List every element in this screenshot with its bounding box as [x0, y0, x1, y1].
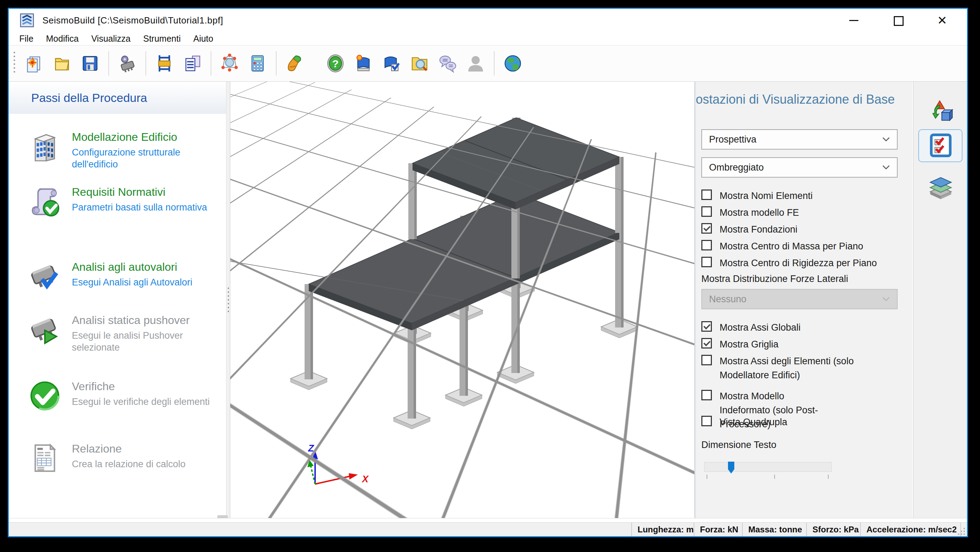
step-verifiche[interactable]: Verifiche Esegui le verifiche degli elem…	[29, 379, 219, 412]
checkbox-modello-indeformato[interactable]: Mostra Modello Indeformato (solo Post-Pr…	[702, 389, 825, 416]
close-button[interactable]: ✕	[937, 15, 947, 25]
globe-icon[interactable]	[502, 52, 523, 74]
checkbox-centro-massa[interactable]: Mostra Centro di Massa per Piano	[702, 239, 863, 253]
sidebar-header: Passi della Procedura	[9, 82, 226, 114]
sidebar-title: Passi della Procedura	[31, 91, 147, 105]
maximize-button[interactable]	[893, 15, 903, 25]
menu-bar: File Modifica Visualizza Strumenti Aiuto	[9, 32, 967, 45]
text-size-slider[interactable]	[704, 462, 832, 480]
viewport-3d[interactable]: X Z	[230, 82, 694, 518]
checkbox-box[interactable]	[702, 223, 712, 234]
toolbar-separator	[494, 51, 495, 76]
book-check-icon[interactable]	[381, 52, 402, 74]
step-title[interactable]: Modellazione Edificio	[72, 131, 219, 144]
step-relazione[interactable]: Relazione Crea la relazione di calcolo	[29, 442, 219, 474]
chat-bubbles-icon[interactable]	[437, 52, 458, 74]
menu-modifica[interactable]: Modifica	[46, 33, 86, 44]
chip-settings-icon[interactable]	[116, 52, 138, 74]
paintbrush-icon[interactable]	[284, 52, 305, 74]
status-bar: Lunghezza: m Forza: kN Massa: tonne Sfor…	[9, 522, 967, 536]
checkbox-assi-elementi[interactable]: Mostra Assi degli Elementi (solo Modella…	[702, 354, 867, 382]
chevron-down-icon	[882, 165, 890, 170]
step-title[interactable]: Verifiche	[72, 380, 210, 393]
step-modellazione-edificio[interactable]: Modellazione Edificio Configurazione str…	[29, 130, 219, 170]
step-title[interactable]: Analisi agli autovalori	[72, 260, 192, 274]
building-model: X Z	[230, 82, 694, 518]
view-mode-dropdown[interactable]: Prospettiva	[702, 129, 897, 149]
slider-track[interactable]	[704, 462, 832, 472]
checkbox-box[interactable]	[702, 321, 712, 332]
layers-icon[interactable]	[928, 176, 953, 201]
right-toolbar	[913, 82, 967, 518]
svg-text:?: ?	[332, 58, 339, 69]
sidebar-splitter[interactable]	[226, 82, 230, 518]
status-lunghezza: Lunghezza: m	[631, 523, 694, 536]
step-subtitle: Esegui le verifiche degli elementi	[72, 396, 210, 408]
title-bar: SeismoBuild [C:\SeismoBuild\Tutorial1.bp…	[9, 9, 967, 32]
axes-cube-icon[interactable]	[928, 100, 953, 125]
menu-strumenti[interactable]: Strumenti	[143, 33, 189, 44]
screen: SeismoBuild [C:\SeismoBuild\Tutorial1.bp…	[0, 0, 980, 552]
new-file-icon[interactable]	[23, 52, 45, 74]
panel-title-wrap: Impostazioni di Visualizzazione di Base	[696, 92, 912, 109]
checkbox-box[interactable]	[702, 206, 712, 217]
step-analisi-pushover[interactable]: Analisi statica pushover Esegui le anali…	[29, 313, 219, 354]
chevron-down-icon	[882, 297, 890, 301]
checkbox-box[interactable]	[702, 338, 712, 349]
folder-search-icon[interactable]	[409, 52, 430, 74]
step-requisiti-normativi[interactable]: Requisiti Normativi Parametri basati sul…	[29, 185, 219, 218]
step-title[interactable]: Analisi statica pushover	[72, 314, 219, 327]
toolbar-grip[interactable]	[14, 52, 15, 75]
display-settings-panel: Impostazioni di Visualizzazione di Base …	[696, 82, 912, 518]
menu-file[interactable]: File	[19, 33, 41, 44]
step-subtitle: Configurazione strutturale dell'edificio	[72, 146, 219, 170]
toolbar-separator	[276, 51, 277, 76]
chip-run-icon	[29, 313, 61, 346]
building-document-icon[interactable]	[181, 52, 203, 74]
render-mode-value: Ombreggiato	[709, 162, 764, 173]
scroll-check-icon	[29, 185, 61, 218]
checkbox-box[interactable]	[702, 240, 712, 251]
main-area: Passi della Procedura Mod	[9, 82, 967, 518]
lateral-forces-label: Mostra Distribuzione Forze Laterali	[702, 274, 848, 284]
checkbox-mostra-modello-fe[interactable]: Mostra modello FE	[702, 206, 799, 220]
checkbox-mostra-fondazioni[interactable]: Mostra Fondazioni	[702, 222, 797, 236]
checkbox-box[interactable]	[702, 416, 712, 426]
calculator-icon[interactable]	[247, 52, 269, 74]
axis-z-label: Z	[308, 443, 314, 454]
procedure-sidebar: Passi della Procedura Mod	[9, 82, 226, 518]
status-sforzo: Sforzo: kPa	[806, 523, 860, 536]
checkbox-assi-globali[interactable]: Mostra Assi Globali	[702, 320, 800, 335]
beam-section-icon[interactable]	[154, 52, 175, 74]
minimize-button[interactable]	[849, 15, 859, 25]
render-mode-dropdown[interactable]: Ombreggiato	[702, 157, 897, 178]
checklist-icon[interactable]	[928, 133, 953, 158]
splitter-grip-icon[interactable]	[228, 287, 229, 312]
save-icon[interactable]	[79, 52, 101, 74]
checkbox-box[interactable]	[702, 355, 712, 365]
checkbox-box[interactable]	[702, 189, 712, 200]
checkbox-mostra-griglia[interactable]: Mostra Griglia	[702, 337, 778, 351]
slider-thumb[interactable]	[728, 462, 734, 474]
resize-grip-icon[interactable]	[956, 526, 965, 535]
menu-visualizza[interactable]: Visualizza	[91, 33, 138, 44]
panel-title: Impostazioni di Visualizzazione di Base	[696, 92, 895, 107]
splitter-thumb[interactable]	[217, 515, 228, 518]
check-circle-icon	[29, 379, 61, 412]
checkbox-box[interactable]	[702, 390, 712, 400]
molecule-search-icon[interactable]	[219, 52, 240, 74]
checkbox-box[interactable]	[702, 257, 712, 267]
checkbox-mostra-nomi-elementi[interactable]: Mostra Nomi Elementi	[702, 189, 813, 203]
checkbox-vista-quadrupla[interactable]: Vista Quadrupla	[702, 415, 787, 429]
status-accelerazione: Accelerazione: m/sec2	[860, 523, 960, 536]
step-title[interactable]: Relazione	[72, 443, 185, 455]
book-sun-icon[interactable]	[353, 52, 374, 74]
open-folder-icon[interactable]	[51, 52, 73, 74]
app-window: SeismoBuild [C:\SeismoBuild\Tutorial1.bp…	[8, 8, 968, 537]
window-title: SeismoBuild [C:\SeismoBuild\Tutorial1.bp…	[42, 15, 223, 26]
step-title[interactable]: Requisiti Normativi	[72, 186, 207, 198]
checkbox-centro-rigidezza[interactable]: Mostra Centro di Rigidezza per Piano	[702, 256, 877, 270]
step-analisi-autovalori[interactable]: Analisi agli autovalori Esegui Analisi a…	[29, 260, 219, 293]
help-icon[interactable]: ?	[325, 52, 346, 74]
menu-aiuto[interactable]: Aiuto	[193, 33, 221, 44]
